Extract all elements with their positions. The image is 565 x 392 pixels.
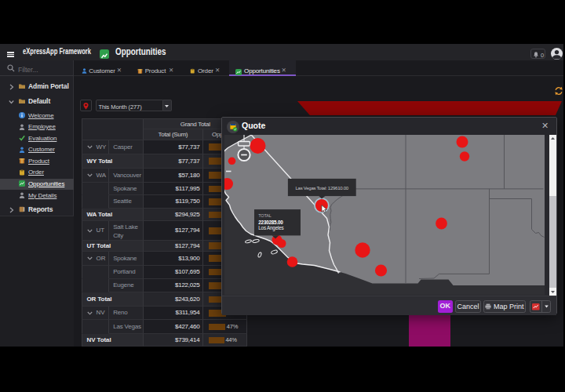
svg-text:TOTAL: TOTAL [258,214,271,219]
svg-text:Las Vegas Total: 129610.00: Las Vegas Total: 129610.00 [295,186,348,191]
svg-text:2230285.00: 2230285.00 [258,220,283,225]
svg-text:0: 0 [541,51,544,58]
svg-text:Los Angeles: Los Angeles [258,226,283,232]
